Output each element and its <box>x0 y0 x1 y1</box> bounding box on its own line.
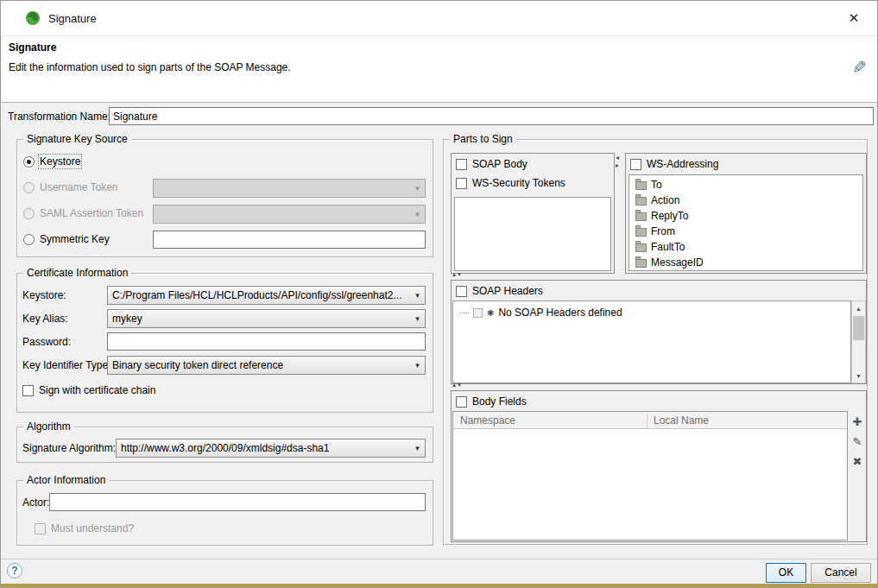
must-understand-label: Must understand? <box>51 522 134 534</box>
tree-item-label: MessageID <box>651 256 704 269</box>
signature-dialog-window: Signature ✕ Signature Edit the informati… <box>0 0 878 588</box>
soap-body-row[interactable]: SOAP Body <box>452 155 614 174</box>
tree-item-label: ReplyTo <box>651 210 688 222</box>
no-soap-headers-item[interactable]: ✱ No SOAP Headers defined <box>453 305 850 320</box>
column-header-namespace: Namespace <box>453 412 515 429</box>
edit-icon[interactable]: ✎ <box>850 434 865 450</box>
keystore-label: Keystore: <box>22 289 66 301</box>
keystore-combo-value: C:/Program Files/HCL/HCLProducts/API/con… <box>108 289 410 301</box>
ws-addressing-row[interactable]: WS-Addressing <box>626 155 866 174</box>
keystore-radio-label: Keystore <box>40 155 80 168</box>
window-bottom-edge <box>1 584 877 587</box>
soap-header-bullet-icon: ✱ <box>487 308 494 318</box>
ws-addressing-checkbox[interactable] <box>630 159 641 170</box>
scroll-down-icon[interactable]: ▼ <box>852 369 865 383</box>
body-fields-pane: Body Fields Namespace Local Name ✚ ✎ ✖ <box>451 390 867 542</box>
tree-item-label: From <box>651 225 675 237</box>
soap-headers-tree[interactable]: ✱ No SOAP Headers defined <box>452 300 851 383</box>
app-icon <box>25 10 41 26</box>
splitter-expand-down-icon[interactable]: ▾ <box>458 271 461 278</box>
transformation-name-input[interactable] <box>109 107 874 125</box>
tree-handle-line <box>459 313 469 313</box>
tree-item-action[interactable]: Action <box>629 193 862 208</box>
ws-security-tokens-list[interactable] <box>454 197 611 271</box>
splitter-expand-right-icon[interactable]: ▸ <box>616 162 619 169</box>
chevron-down-icon: ▾ <box>410 361 425 370</box>
horizontal-splitter-1[interactable]: ▴ ▾ <box>452 271 461 278</box>
sign-with-chain-checkbox[interactable] <box>22 385 34 396</box>
chevron-down-icon: ▾ <box>410 184 425 193</box>
body-fields-table-header: Namespace Local Name <box>453 412 847 429</box>
chevron-down-icon: ▾ <box>410 210 425 218</box>
key-identifier-type-combo-value: Binary security token direct reference <box>108 359 410 371</box>
key-identifier-type-combo[interactable]: Binary security token direct reference ▾ <box>107 356 426 375</box>
password-input[interactable] <box>107 332 426 351</box>
ws-security-tokens-label: WS-Security Tokens <box>472 177 565 189</box>
soap-headers-checkbox[interactable] <box>456 286 467 297</box>
keystore-radio[interactable] <box>23 156 35 168</box>
actor-input[interactable] <box>49 493 426 511</box>
signature-key-source-group: Signature Key Source Keystore Username T… <box>16 139 433 257</box>
close-icon[interactable]: ✕ <box>844 9 863 28</box>
tree-item-replyto[interactable]: ReplyTo <box>629 208 862 224</box>
tree-item-messageid[interactable]: MessageID <box>629 255 862 270</box>
cancel-button[interactable]: Cancel <box>811 563 871 583</box>
body-fields-label: Body Fields <box>472 395 527 408</box>
transformation-name-label: Transformation Name: <box>8 111 111 123</box>
keystore-combo[interactable]: C:/Program Files/HCL/HCLProducts/API/con… <box>107 286 426 305</box>
horizontal-splitter-2[interactable]: ▴ ▾ <box>452 382 461 389</box>
body-fields-table[interactable]: Namespace Local Name <box>452 411 848 541</box>
signature-algorithm-combo-value: http://www.w3.org/2000/09/xmldsig#dsa-sh… <box>117 442 410 454</box>
actor-label: Actor: <box>22 496 49 509</box>
splitter-collapse-left-icon[interactable]: ◂ <box>616 155 619 161</box>
symmetric-key-radio[interactable] <box>23 234 35 245</box>
must-understand-checkbox <box>35 523 46 534</box>
signature-algorithm-combo[interactable]: http://www.w3.org/2000/09/xmldsig#dsa-sh… <box>116 439 426 458</box>
sign-with-chain-option[interactable]: Sign with certificate chain <box>22 384 155 396</box>
ws-addressing-tree[interactable]: To Action ReplyTo From FaultTo <box>628 174 863 271</box>
keystore-option[interactable]: Keystore <box>23 155 80 168</box>
symmetric-key-radio-label: Symmetric Key <box>40 233 110 245</box>
symmetric-key-input[interactable] <box>153 231 426 249</box>
folder-icon <box>635 181 647 190</box>
scroll-up-icon[interactable]: ▲ <box>852 301 865 315</box>
username-token-combo: ▾ <box>153 179 426 198</box>
certificate-information-title: Certificate Information <box>23 267 131 279</box>
folder-icon <box>635 228 647 237</box>
username-token-option: Username Token <box>23 181 118 193</box>
ws-security-tokens-checkbox[interactable] <box>456 178 467 189</box>
tree-item-to[interactable]: To <box>629 177 862 193</box>
algorithm-title: Algorithm <box>23 420 74 433</box>
titlebar[interactable]: Signature ✕ <box>1 1 877 35</box>
folder-icon <box>635 243 647 252</box>
footer-divider <box>1 559 877 560</box>
ok-button[interactable]: OK <box>766 563 806 583</box>
tree-item-faultto[interactable]: FaultTo <box>629 239 862 255</box>
tree-item-label: To <box>651 179 662 191</box>
folder-icon <box>635 212 647 221</box>
symmetric-key-option[interactable]: Symmetric Key <box>23 233 110 245</box>
splitter-collapse-up-icon[interactable]: ▴ <box>452 271 456 278</box>
saml-assertion-option: SAML Assertion Token <box>23 207 143 219</box>
soap-headers-row[interactable]: SOAP Headers <box>452 281 866 300</box>
splitter-expand-down-icon[interactable]: ▾ <box>458 382 461 389</box>
tree-item-label: FaultTo <box>651 241 685 253</box>
splitter-collapse-up-icon[interactable]: ▴ <box>452 382 456 389</box>
vertical-splitter[interactable]: ◂ ▸ <box>616 155 619 169</box>
soap-body-checkbox[interactable] <box>456 159 467 170</box>
soap-body-label: SOAP Body <box>472 158 527 170</box>
delete-icon[interactable]: ✖ <box>850 454 865 470</box>
soap-headers-scrollbar[interactable]: ▲ ▼ <box>851 300 866 383</box>
chevron-down-icon: ▾ <box>410 444 425 452</box>
add-icon[interactable]: ✚ <box>850 414 865 430</box>
scrollbar-thumb[interactable] <box>853 316 864 340</box>
key-alias-combo[interactable]: mykey ▾ <box>107 309 426 328</box>
tree-item-from[interactable]: From <box>629 224 862 239</box>
ws-security-tokens-row[interactable]: WS-Security Tokens <box>452 174 614 193</box>
help-icon[interactable]: ? <box>7 563 22 579</box>
body-fields-checkbox[interactable] <box>456 396 467 408</box>
soap-headers-pane: SOAP Headers ✱ No SOAP Headers defined ▲… <box>451 280 867 384</box>
body-fields-row[interactable]: Body Fields <box>452 392 866 411</box>
saml-assertion-radio <box>23 208 35 219</box>
username-token-radio <box>23 182 35 193</box>
